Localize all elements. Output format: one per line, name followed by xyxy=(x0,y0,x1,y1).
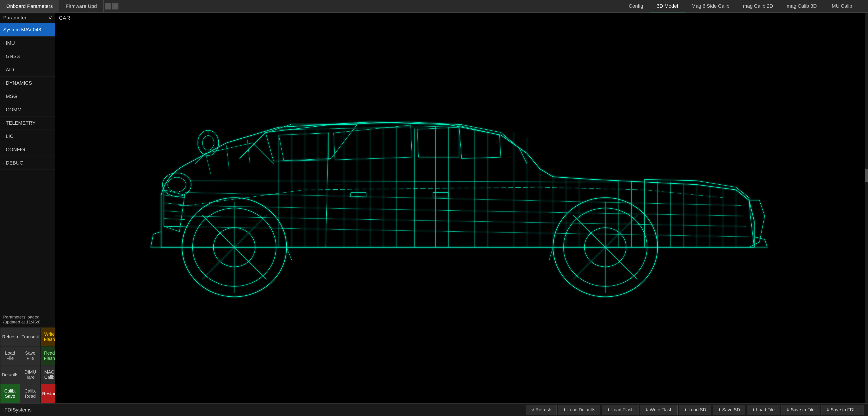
sidebar-btn-calib-save[interactable]: Calib. Save xyxy=(0,384,20,403)
bottom-btn-icon-6: ⬆ xyxy=(752,408,755,412)
nav-tab-3d-model[interactable]: 3D Model xyxy=(650,0,685,12)
sidebar-btn-load-file[interactable]: Load File xyxy=(0,346,20,365)
svg-line-64 xyxy=(185,192,741,205)
content-area: CAR xyxy=(55,13,868,403)
nav-tab-mag-calib-3d[interactable]: mag Calib 3D xyxy=(780,0,824,12)
svg-point-25 xyxy=(168,177,186,192)
svg-point-27 xyxy=(202,135,214,150)
bottom-btn-icon-3: ⬇ xyxy=(645,408,648,412)
viewport-scrollbar-thumb[interactable] xyxy=(865,169,868,182)
param-item-lic[interactable]: ·LIC xyxy=(0,130,55,143)
tab-minus-button[interactable]: − xyxy=(105,3,111,9)
svg-point-24 xyxy=(162,173,191,196)
param-item-telemetry[interactable]: ·TELEMETRY xyxy=(0,116,55,130)
nav-tab-config[interactable]: Config xyxy=(622,0,650,12)
param-item-gnss[interactable]: ·GNSS xyxy=(0,50,55,63)
bottom-btn-icon-0: ↺ xyxy=(531,408,534,412)
svg-line-21 xyxy=(164,211,184,212)
svg-line-62 xyxy=(174,216,746,226)
svg-line-0 xyxy=(326,132,329,247)
bottom-btn-icon-2: ⬆ xyxy=(607,408,610,412)
nav-tab-mag-calib-2d[interactable]: mag Calib 2D xyxy=(736,0,780,12)
nav-tab-mag-6-side-calib[interactable]: Mag 6 Side Calib xyxy=(685,0,736,12)
param-item-aid[interactable]: ·AID xyxy=(0,63,55,76)
nav-tab-imu-calib[interactable]: IMU Calib xyxy=(824,0,859,12)
bottom-bar: FDISystems ↺Refresh⬆Load Defaults⬆Load F… xyxy=(0,403,868,416)
svg-line-20 xyxy=(164,203,184,205)
sidebar-btn-defaults[interactable]: Defaults xyxy=(0,366,20,384)
param-item-dynamics[interactable]: ·DYNAMICS xyxy=(0,76,55,90)
bottom-btn-save-sd[interactable]: ⬇Save SD xyxy=(713,405,745,415)
param-column-header: Parameter xyxy=(3,15,26,21)
svg-line-61 xyxy=(169,226,749,237)
sidebar-btn-save-file[interactable]: Save File xyxy=(20,346,40,365)
bottom-btn-load-sd[interactable]: ⬆Load SD xyxy=(679,405,711,415)
bottom-btn-save-to-fdi[interactable]: ⬇Save to FDI... xyxy=(821,405,864,415)
bottom-btn-icon-8: ⬇ xyxy=(827,408,829,412)
bottom-btn-load-defaults[interactable]: ⬆Load Defaults xyxy=(558,405,600,415)
view-label: CAR xyxy=(59,15,70,21)
viewport-scrollbar[interactable] xyxy=(865,13,868,403)
window-tabs: Onboard ParametersFirmware Upd xyxy=(0,0,103,12)
param-item-comm[interactable]: ·COMM xyxy=(0,103,55,116)
company-name: FDISystems xyxy=(4,407,32,413)
svg-line-18 xyxy=(549,247,553,260)
tab-controls: − + xyxy=(104,3,119,9)
svg-rect-30 xyxy=(433,192,448,197)
sidebar-btn-transmit[interactable]: Transmit xyxy=(20,327,40,346)
sidebar: Parameter V System MAV 048·IMU·GNSS·AID·… xyxy=(0,13,55,403)
svg-line-22 xyxy=(164,218,184,220)
param-list[interactable]: System MAV 048·IMU·GNSS·AID·DYNAMICS·MSG… xyxy=(0,23,55,312)
sidebar-buttons: RefreshTransmitWrite FlashLoad FileSave … xyxy=(0,327,55,403)
param-item-debug[interactable]: ·DEBUG xyxy=(0,157,55,170)
bottom-btn-load-flash[interactable]: ⬆Load Flash xyxy=(602,405,639,415)
sidebar-status: Parameters loaded (updated at 11:46:0 xyxy=(0,312,55,327)
window-tab-1[interactable]: Firmware Upd xyxy=(59,0,103,12)
bottom-buttons: ↺Refresh⬆Load Defaults⬆Load Flash⬇Write … xyxy=(526,405,864,415)
top-bar: Onboard ParametersFirmware Upd − + Confi… xyxy=(0,0,868,13)
sidebar-btn-refresh[interactable]: Refresh xyxy=(0,327,20,346)
param-item-config[interactable]: ·CONFIG xyxy=(0,143,55,157)
bottom-btn-refresh[interactable]: ↺Refresh xyxy=(526,405,557,415)
bottom-btn-save-to-file[interactable]: ⬇Save to File xyxy=(781,405,820,415)
param-item-msg[interactable]: ·MSG xyxy=(0,90,55,103)
bottom-btn-write-flash[interactable]: ⬇Write Flash xyxy=(640,405,678,415)
param-item-imu[interactable]: ·IMU xyxy=(0,37,55,50)
main-layout: Parameter V System MAV 048·IMU·GNSS·AID·… xyxy=(0,13,868,403)
bottom-btn-icon-1: ⬆ xyxy=(563,408,566,412)
svg-line-65 xyxy=(190,181,618,182)
param-item-system-mav-048[interactable]: System MAV 048 xyxy=(0,23,55,37)
bottom-btn-icon-7: ⬇ xyxy=(786,408,789,412)
bottom-btn-icon-4: ⬆ xyxy=(684,408,687,412)
car-3d-model xyxy=(55,13,868,403)
sidebar-header: Parameter V xyxy=(0,13,55,23)
bottom-btn-icon-5: ⬇ xyxy=(718,408,721,412)
sidebar-btn-calib-read[interactable]: Calib. Read xyxy=(20,384,40,403)
val-column-header: V xyxy=(49,15,52,21)
bottom-btn-load-file[interactable]: ⬆Load File xyxy=(747,405,780,415)
window-tab-0[interactable]: Onboard Parameters xyxy=(0,0,59,12)
nav-tabs: Config3D ModelMag 6 Side Calibmag Calib … xyxy=(622,0,859,12)
svg-point-26 xyxy=(198,130,219,155)
svg-line-17 xyxy=(287,247,292,260)
svg-line-63 xyxy=(180,205,744,216)
tab-plus-button[interactable]: + xyxy=(112,3,119,9)
sidebar-btn-dimu-tare[interactable]: DIMU Tare xyxy=(20,366,40,384)
car-viewport[interactable] xyxy=(55,13,868,403)
